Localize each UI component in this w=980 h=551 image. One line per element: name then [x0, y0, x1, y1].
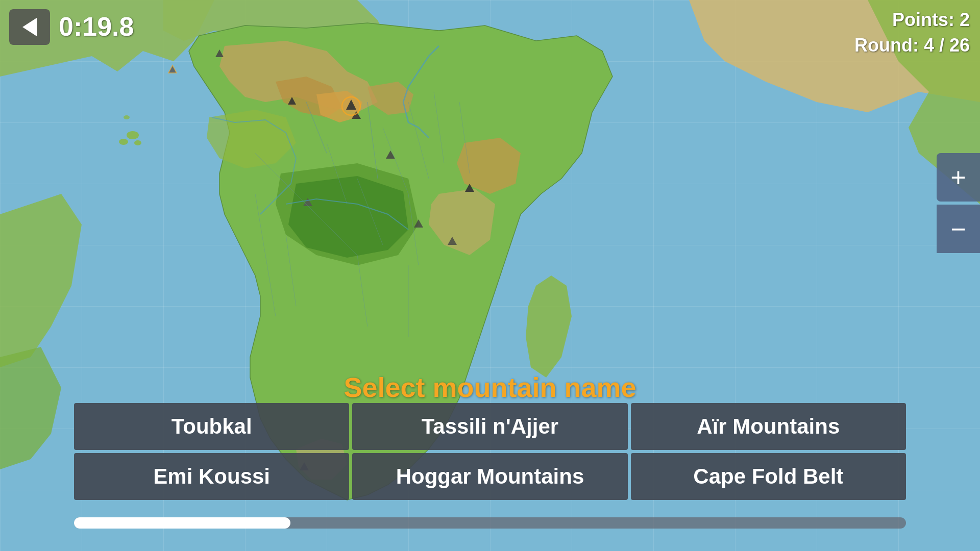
- svg-marker-6: [168, 65, 177, 73]
- answer-button-toubkal[interactable]: Toubkal: [74, 403, 349, 450]
- answer-button-cape[interactable]: Cape Fold Belt: [631, 453, 906, 500]
- question-text: Select mountain name: [344, 371, 636, 403]
- progress-bar-container: [74, 517, 906, 529]
- timer-display: 0:19.8: [59, 11, 134, 42]
- svg-point-1: [127, 131, 139, 139]
- round-label: Round: 4 / 26: [854, 33, 970, 58]
- back-arrow-icon: [22, 18, 37, 36]
- zoom-controls: + −: [937, 153, 980, 256]
- zoom-in-button[interactable]: +: [937, 153, 980, 202]
- svg-point-4: [124, 115, 130, 119]
- answer-button-hoggar[interactable]: Hoggar Mountains: [352, 453, 627, 500]
- svg-point-3: [134, 140, 141, 145]
- svg-point-2: [119, 139, 128, 145]
- back-button[interactable]: [9, 9, 50, 45]
- score-panel: Points: 2 Round: 4 / 26: [854, 7, 970, 59]
- progress-bar-fill: [74, 517, 290, 529]
- answer-button-air[interactable]: Aïr Mountains: [631, 403, 906, 450]
- answer-button-emi[interactable]: Emi Koussi: [74, 453, 349, 500]
- answer-grid: ToubkalTassili n'AjjerAïr MountainsEmi K…: [74, 403, 906, 500]
- answer-button-tassili[interactable]: Tassili n'Ajjer: [352, 403, 627, 450]
- points-label: Points: 2: [854, 7, 970, 33]
- zoom-out-button[interactable]: −: [937, 205, 980, 253]
